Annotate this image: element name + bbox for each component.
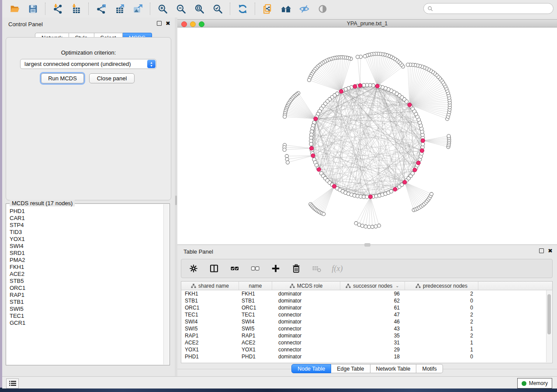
table-cell: connector bbox=[272, 311, 340, 318]
table-row[interactable]: TEC1TEC1connector472 bbox=[181, 311, 552, 318]
tab-network-table[interactable]: Network Table bbox=[370, 364, 417, 373]
delete-column-button[interactable] bbox=[291, 263, 301, 274]
search-input[interactable] bbox=[436, 5, 550, 12]
mcds-result-item[interactable]: RAP1 bbox=[10, 292, 164, 299]
column-header-shared-name[interactable]: shared name bbox=[181, 282, 239, 290]
close-panel-button[interactable]: Close panel bbox=[89, 73, 135, 83]
table-cell: 43 bbox=[340, 325, 405, 332]
network-canvas[interactable] bbox=[177, 28, 557, 244]
table-row[interactable]: RAP1RAP1dominator352 bbox=[181, 332, 552, 339]
table-cell: SWI5 bbox=[239, 325, 272, 332]
column-header-predecessor-nodes[interactable]: predecessor nodes bbox=[405, 282, 478, 290]
hide-graphics-details-button[interactable] bbox=[298, 3, 310, 15]
memory-status-icon bbox=[522, 381, 526, 386]
table-panel-header: Table Panel ✖ bbox=[177, 245, 557, 257]
search-box[interactable] bbox=[423, 3, 554, 14]
table-cell: ORC1 bbox=[239, 304, 272, 311]
mcds-result-item[interactable]: TEC1 bbox=[10, 313, 164, 320]
table-row[interactable]: FKH1FKH1dominator962 bbox=[181, 290, 552, 297]
network-graph[interactable] bbox=[177, 28, 557, 244]
mcds-result-item[interactable]: SWI5 bbox=[10, 306, 164, 313]
table-cell: dominator bbox=[272, 332, 340, 339]
import-network-button[interactable] bbox=[52, 3, 64, 15]
table-cell: dominator bbox=[272, 318, 340, 325]
task-history-button[interactable] bbox=[6, 378, 19, 389]
tab-motifs[interactable]: Motifs bbox=[416, 364, 443, 373]
zoom-out-button[interactable] bbox=[175, 3, 187, 15]
clone-network-view-button[interactable] bbox=[261, 3, 273, 15]
table-settings-button[interactable] bbox=[188, 263, 199, 274]
show-graphics-details-button[interactable] bbox=[316, 3, 329, 15]
zoom-selected-button[interactable] bbox=[211, 3, 224, 15]
mcds-result-item[interactable]: SWI4 bbox=[10, 243, 164, 250]
mcds-result-item[interactable]: STB1 bbox=[10, 299, 164, 306]
export-network-icon bbox=[96, 3, 107, 14]
mcds-result-list[interactable]: PHD1CAR1STP4TID3YOX1SWI4SRD1PMA2FKH1ACE2… bbox=[6, 208, 164, 364]
mcds-result-item[interactable]: TID3 bbox=[10, 229, 164, 236]
tab-edge-table[interactable]: Edge Table bbox=[331, 364, 370, 373]
close-panel-icon[interactable]: ✖ bbox=[548, 249, 553, 253]
delete-table-icon bbox=[312, 264, 322, 273]
deselect-all-rows-button[interactable] bbox=[250, 263, 260, 274]
mcds-result-item[interactable]: GCR1 bbox=[10, 320, 164, 327]
table-cell: SWI4 bbox=[239, 318, 272, 325]
save-session-button[interactable] bbox=[27, 3, 39, 15]
zoom-in-button[interactable] bbox=[156, 3, 169, 15]
zoom-fit-button[interactable] bbox=[193, 3, 205, 15]
table-cell: 2 bbox=[405, 290, 478, 297]
function-builder-button: f(x) bbox=[332, 263, 343, 274]
table-scrollbar[interactable] bbox=[546, 290, 552, 362]
table-row[interactable]: SWI5SWI5connector431 bbox=[181, 325, 552, 332]
mcds-result-item[interactable]: CAR1 bbox=[10, 215, 164, 222]
memory-button[interactable]: Memory bbox=[517, 378, 552, 389]
table-cell: FKH1 bbox=[239, 290, 272, 297]
column-header-MCDS-role[interactable]: MCDS role bbox=[272, 282, 340, 290]
table-cell: TEC1 bbox=[181, 311, 239, 318]
show-column-panel-button[interactable] bbox=[209, 263, 219, 274]
run-mcds-button[interactable]: Run MCDS bbox=[41, 73, 84, 83]
tab-node-table[interactable]: Node Table bbox=[291, 364, 331, 373]
mcds-result-item[interactable]: FKH1 bbox=[10, 264, 164, 271]
mcds-result-item[interactable]: ACE2 bbox=[10, 271, 164, 278]
open-session-button[interactable] bbox=[8, 3, 21, 15]
float-panel-icon[interactable] bbox=[157, 21, 162, 26]
table-cell: dominator bbox=[272, 290, 340, 297]
mcds-result-item[interactable]: PMA2 bbox=[10, 257, 164, 264]
table-row[interactable]: PHD1PHD1dominator180 bbox=[181, 353, 552, 360]
mcds-result-item[interactable]: SRD1 bbox=[10, 250, 164, 257]
table-row[interactable]: ORC1ORC1dominator610 bbox=[181, 304, 552, 311]
table-cell: PHD1 bbox=[239, 353, 272, 360]
birds-eye-view-button[interactable] bbox=[280, 3, 292, 15]
float-panel-icon[interactable] bbox=[539, 248, 544, 253]
mcds-result-scrollbar[interactable] bbox=[163, 204, 169, 364]
mcds-result-item[interactable]: YOX1 bbox=[10, 236, 164, 243]
export-image-button[interactable] bbox=[131, 3, 144, 15]
optimization-criterion-value: largest connected component (undirected) bbox=[21, 61, 147, 67]
table-cell: 0 bbox=[405, 297, 478, 304]
export-table-button[interactable] bbox=[113, 3, 125, 15]
table-row[interactable]: SWI4SWI4dominator462 bbox=[181, 318, 552, 325]
column-header-name[interactable]: name bbox=[239, 282, 272, 290]
save-session-icon bbox=[28, 3, 38, 14]
import-table-button[interactable] bbox=[70, 3, 82, 15]
table-scrollbar-thumb[interactable] bbox=[547, 294, 551, 334]
mcds-result-item[interactable]: STP4 bbox=[10, 222, 164, 229]
mcds-result-item[interactable]: PHD1 bbox=[10, 208, 164, 215]
refresh-view-button[interactable] bbox=[236, 3, 249, 15]
mcds-result-item[interactable]: ORC1 bbox=[10, 285, 164, 292]
table-row[interactable]: ACE2ACE2connector311 bbox=[181, 339, 552, 346]
close-panel-icon[interactable]: ✖ bbox=[166, 21, 170, 26]
export-network-button[interactable] bbox=[95, 3, 107, 15]
toolbar-group bbox=[45, 3, 88, 15]
vertical-splitter-grip[interactable] bbox=[175, 196, 177, 205]
column-header-successor-nodes[interactable]: successor nodes⌄ bbox=[340, 282, 405, 290]
mcds-result-title: MCDS result (17 nodes) bbox=[10, 200, 75, 206]
mcds-result-item[interactable]: STB5 bbox=[10, 278, 164, 285]
select-all-rows-button[interactable] bbox=[229, 263, 240, 274]
network-window-titlebar[interactable]: YPA_prune.txt_1 bbox=[177, 19, 557, 28]
table-row[interactable]: YOX1YOX1connector291 bbox=[181, 346, 552, 353]
table-row[interactable]: STB1STB1dominator620 bbox=[181, 297, 552, 304]
table-cell: 2 bbox=[405, 311, 478, 318]
add-column-button[interactable] bbox=[270, 263, 281, 274]
optimization-criterion-select[interactable]: largest connected component (undirected)… bbox=[20, 59, 156, 69]
